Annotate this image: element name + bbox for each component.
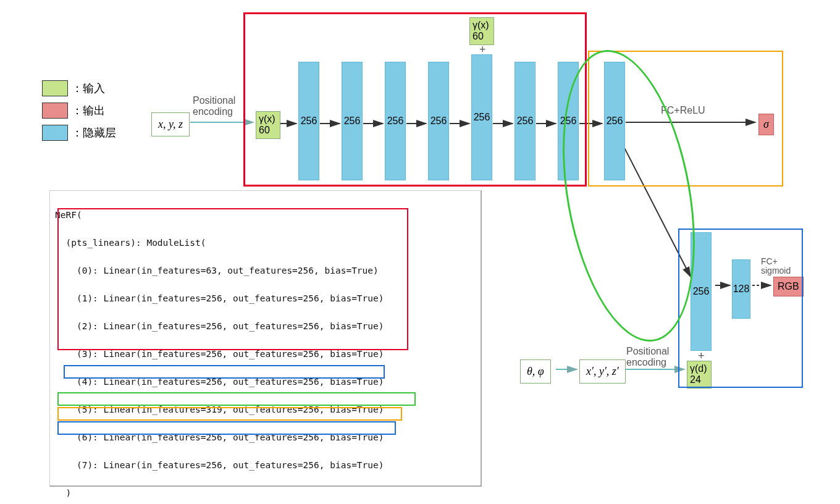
sigma-box: σ — [758, 114, 774, 135]
gamma-x-val: 60 — [259, 125, 270, 135]
gamma-x-skip-label: γ(x) — [472, 20, 489, 30]
gamma-x-skip-box: γ(x) 60 — [469, 17, 494, 45]
gamma-x-label: γ(x) — [259, 114, 275, 124]
legend-label-hidden: ：隐藏层 — [72, 125, 116, 140]
input-theta-phi-box: θ, φ — [520, 359, 551, 384]
code-line: (6): Linear(in_features=256, out_feature… — [55, 430, 476, 444]
layer-128: 128 — [732, 259, 750, 319]
legend-swatch-input — [42, 80, 68, 96]
sigma-label: σ — [763, 118, 769, 130]
legend-row-input: ：输入 — [42, 80, 116, 96]
layer-256-6: 256 — [514, 62, 536, 180]
legend-swatch-hidden — [42, 125, 68, 141]
legend-swatch-output — [42, 103, 68, 119]
input-theta-phi-label: θ, φ — [527, 365, 544, 377]
layer-256-bottom: 256 — [691, 232, 712, 351]
code-line: (2): Linear(in_features=256, out_feature… — [55, 319, 476, 333]
code-line: NeRF( — [55, 208, 476, 222]
gamma-d-label: γ(d) — [690, 363, 707, 374]
code-line: (5): Linear(in_features=319, out_feature… — [55, 403, 476, 416]
layer-256-8: 256 — [604, 62, 625, 180]
rgb-label: RGB — [778, 281, 799, 292]
layer-256-2: 256 — [342, 62, 363, 180]
input-xyz-box: x, y, z — [151, 112, 190, 136]
code-line: (3): Linear(in_features=256, out_feature… — [55, 347, 476, 361]
rgb-box: RGB — [773, 277, 804, 296]
code-line: ) — [55, 486, 476, 500]
layer-256-7: 256 — [558, 62, 579, 180]
code-line: (pts_linears): ModuleList( — [55, 236, 476, 250]
code-line: (7): Linear(in_features=256, out_feature… — [55, 458, 476, 472]
code-line: (4): Linear(in_features=256, out_feature… — [55, 375, 476, 388]
legend-row-output: ：输出 — [42, 103, 116, 119]
gamma-d-box: γ(d) 24 — [687, 361, 712, 388]
gamma-d-val: 24 — [690, 374, 701, 385]
gamma-x-skip-val: 60 — [472, 31, 484, 41]
x-prime-label: x′, y′, z′ — [586, 365, 619, 377]
svg-line-10 — [618, 135, 691, 277]
pos-encoding-label-1: Positional encoding — [193, 95, 235, 117]
pos-encoding-label-2: Positional encoding — [626, 346, 669, 368]
legend-label-input: ：输入 — [72, 81, 105, 96]
code-line: (0): Linear(in_features=63, out_features… — [55, 264, 476, 277]
legend-row-hidden: ：隐藏层 — [42, 125, 116, 141]
code-panel: NeRF( (pts_linears): ModuleList( (0): Li… — [49, 190, 482, 487]
x-prime-box: x′, y′, z′ — [579, 359, 626, 384]
layer-256-3: 256 — [385, 62, 406, 180]
fc-relu-label: FC+ReLU — [661, 105, 705, 116]
input-xyz-label: x, y, z — [158, 118, 183, 130]
legend: ：输入 ：输出 ：隐藏层 — [42, 80, 116, 147]
fc-sigmoid-label: FC+ sigmoid — [761, 257, 791, 276]
code-line: (1): Linear(in_features=256, out_feature… — [55, 292, 476, 305]
gamma-x-box: γ(x) 60 — [256, 111, 280, 139]
layer-256-1: 256 — [298, 62, 319, 180]
legend-label-output: ：输出 — [72, 103, 105, 118]
layer-256-4: 256 — [428, 62, 449, 180]
layer-256-5: 256 — [471, 54, 492, 180]
